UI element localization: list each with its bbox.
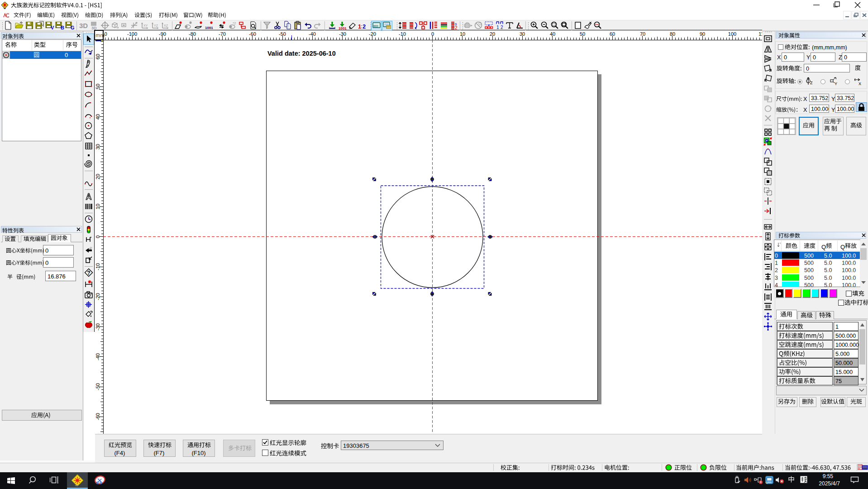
svg-text:B: B	[61, 25, 64, 30]
svg-text:2: 2	[501, 25, 503, 30]
svg-text:G: G	[71, 25, 74, 30]
svg-text:*2: *2	[233, 21, 236, 25]
svg-text:Z: Z	[810, 81, 813, 85]
svg-text:XY: XY	[143, 24, 148, 27]
svg-text::: :	[361, 24, 362, 29]
svg-text:2: 2	[362, 23, 366, 30]
svg-text:2: 2	[455, 25, 458, 30]
svg-text:XZ: XZ	[164, 24, 168, 27]
svg-text:3D: 3D	[79, 22, 88, 29]
svg-text:Y: Y	[835, 82, 837, 86]
svg-text:1001: 1001	[339, 26, 347, 30]
svg-text:YZ: YZ	[154, 24, 158, 27]
svg-text:1: 1	[496, 25, 499, 30]
svg-text:X: X	[858, 82, 861, 86]
svg-text:3D: 3D	[91, 26, 97, 30]
svg-text:1001: 1001	[205, 26, 213, 30]
svg-text:?: ?	[87, 270, 90, 276]
svg-text:V: V	[51, 25, 54, 30]
